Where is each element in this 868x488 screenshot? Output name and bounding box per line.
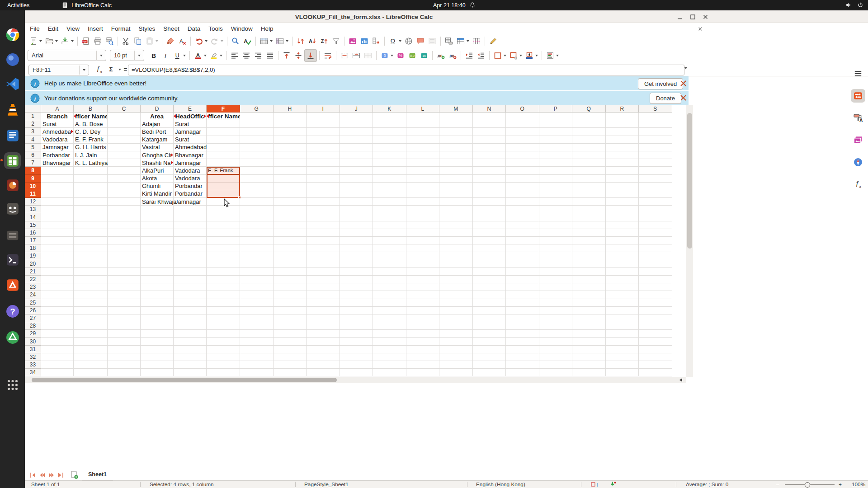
freeze-panes-button[interactable] bbox=[455, 35, 471, 47]
cell-E5[interactable]: Ahmedabad bbox=[174, 144, 207, 151]
cell-N19[interactable] bbox=[473, 252, 506, 260]
cell-O18[interactable] bbox=[506, 244, 539, 252]
cell-N7[interactable] bbox=[473, 159, 506, 167]
cell-J6[interactable] bbox=[340, 151, 373, 159]
cell-J22[interactable] bbox=[340, 276, 373, 283]
cell-G33[interactable] bbox=[240, 361, 274, 369]
cell-N8[interactable] bbox=[473, 167, 506, 174]
cell-A23[interactable] bbox=[41, 283, 74, 291]
cell-F19[interactable] bbox=[207, 252, 240, 260]
cell-I24[interactable] bbox=[307, 291, 340, 299]
cell-M10[interactable] bbox=[439, 183, 473, 190]
cell-L29[interactable] bbox=[406, 330, 440, 338]
cell-D13[interactable] bbox=[141, 206, 174, 213]
cell-D9[interactable]: Akota bbox=[141, 175, 174, 183]
cell-G19[interactable] bbox=[240, 252, 274, 260]
cell-P20[interactable] bbox=[539, 260, 573, 268]
cell-R2[interactable] bbox=[606, 120, 639, 128]
cell-I27[interactable] bbox=[307, 314, 340, 322]
cell-I11[interactable] bbox=[307, 190, 340, 198]
cell-L11[interactable] bbox=[406, 190, 440, 198]
cell-M30[interactable] bbox=[439, 338, 473, 345]
cell-K23[interactable] bbox=[373, 283, 406, 291]
cell-G32[interactable] bbox=[240, 353, 274, 361]
cell-J14[interactable] bbox=[340, 213, 373, 221]
cell-E2[interactable]: Surat bbox=[174, 120, 207, 128]
cell-H6[interactable] bbox=[274, 151, 307, 159]
zoom-out-button[interactable]: – bbox=[776, 481, 779, 488]
cell-A18[interactable] bbox=[41, 244, 74, 252]
cell-K13[interactable] bbox=[373, 206, 406, 213]
cell-M11[interactable] bbox=[439, 190, 473, 198]
cell-K20[interactable] bbox=[373, 260, 406, 268]
cell-J31[interactable] bbox=[340, 346, 373, 353]
cell-I15[interactable] bbox=[307, 221, 340, 229]
cell-D7[interactable]: Shashti Na bbox=[141, 159, 174, 167]
cell-B17[interactable] bbox=[74, 237, 108, 244]
cell-F25[interactable] bbox=[207, 299, 240, 307]
cell-C2[interactable] bbox=[108, 120, 141, 128]
currency-button[interactable]: 0 bbox=[379, 50, 395, 61]
cell-G3[interactable] bbox=[240, 128, 274, 136]
row-header-22[interactable]: 22 bbox=[25, 276, 41, 283]
dock-terminal-icon[interactable] bbox=[4, 251, 21, 268]
cell-H8[interactable] bbox=[274, 167, 307, 174]
chevron-down-icon[interactable] bbox=[270, 40, 273, 42]
cell-F32[interactable] bbox=[207, 353, 240, 361]
cell-R31[interactable] bbox=[606, 346, 639, 353]
cell-I22[interactable] bbox=[307, 276, 340, 283]
cell-L32[interactable] bbox=[406, 353, 440, 361]
draw-functions-button[interactable] bbox=[487, 35, 499, 47]
cell-E11[interactable]: Porbandar bbox=[174, 190, 207, 198]
cell-O16[interactable] bbox=[506, 229, 539, 237]
previous-sheet-button[interactable] bbox=[38, 471, 47, 479]
cell-S10[interactable] bbox=[639, 183, 672, 190]
sidebar-sidebar-settings-button[interactable] bbox=[851, 67, 865, 80]
cell-I20[interactable] bbox=[307, 260, 340, 268]
cell-R15[interactable] bbox=[606, 221, 639, 229]
cell-A16[interactable] bbox=[41, 229, 74, 237]
cell-C31[interactable] bbox=[108, 346, 141, 353]
row-header-16[interactable]: 16 bbox=[25, 229, 41, 237]
cell-N11[interactable] bbox=[473, 190, 506, 198]
vertical-scrollbar-thumb[interactable] bbox=[687, 113, 692, 249]
dock-vscode-icon[interactable] bbox=[4, 75, 21, 92]
selection-mode-icon[interactable]: I bbox=[591, 481, 599, 488]
last-sheet-button[interactable] bbox=[56, 471, 65, 479]
cell-P33[interactable] bbox=[539, 361, 573, 369]
cell-M31[interactable] bbox=[439, 346, 473, 353]
cell-K33[interactable] bbox=[373, 361, 406, 369]
menu-styles[interactable]: Styles bbox=[135, 23, 160, 34]
undo-button[interactable] bbox=[193, 35, 209, 47]
cell-L7[interactable] bbox=[406, 159, 440, 167]
cell-G2[interactable] bbox=[240, 120, 274, 128]
cell-G25[interactable] bbox=[240, 299, 274, 307]
cell-C6[interactable] bbox=[108, 151, 141, 159]
cell-R29[interactable] bbox=[606, 330, 639, 338]
cell-H27[interactable] bbox=[274, 314, 307, 322]
cell-C14[interactable] bbox=[108, 213, 141, 221]
hyperlink-button[interactable] bbox=[403, 35, 415, 47]
sidebar-styles-button[interactable]: A bbox=[851, 111, 865, 125]
column-header-A[interactable]: A bbox=[41, 105, 74, 113]
cell-D5[interactable]: Vastral bbox=[141, 144, 174, 151]
cell-C16[interactable] bbox=[108, 229, 141, 237]
cell-S6[interactable] bbox=[639, 151, 672, 159]
cell-F18[interactable] bbox=[207, 244, 240, 252]
cell-N33[interactable] bbox=[473, 361, 506, 369]
cell-M29[interactable] bbox=[439, 330, 473, 338]
cell-Q30[interactable] bbox=[572, 338, 606, 345]
cell-O5[interactable] bbox=[506, 144, 539, 151]
print-button[interactable] bbox=[92, 35, 104, 47]
maximize-button[interactable] bbox=[688, 12, 698, 22]
cell-A6[interactable]: Porbandar bbox=[41, 151, 74, 159]
cell-F20[interactable] bbox=[207, 260, 240, 268]
cell-R13[interactable] bbox=[606, 206, 639, 213]
save-button[interactable] bbox=[59, 35, 75, 47]
cell-O32[interactable] bbox=[506, 353, 539, 361]
cell-M33[interactable] bbox=[439, 361, 473, 369]
cell-D11[interactable]: Kirti Mandir bbox=[141, 190, 174, 198]
cell-K14[interactable] bbox=[373, 213, 406, 221]
cell-N15[interactable] bbox=[473, 221, 506, 229]
cell-G23[interactable] bbox=[240, 283, 274, 291]
